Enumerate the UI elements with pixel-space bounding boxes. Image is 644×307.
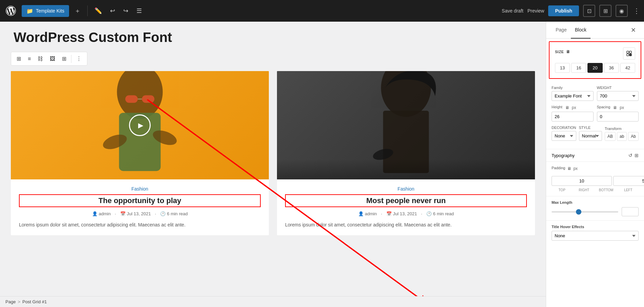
add-block-button[interactable]: ＋ <box>72 5 83 17</box>
monitor-icon: 🖥 <box>566 49 570 54</box>
spacing-column: Spacing 🖥 px <box>597 105 639 122</box>
tab-block[interactable]: Block <box>571 22 591 39</box>
transform-capitalize-btn[interactable]: Ab <box>628 132 639 141</box>
more-options-toolbar-btn[interactable]: ⋮ <box>73 53 84 64</box>
svg-rect-13 <box>627 51 629 53</box>
editor-area: WordPress Custom Font ⊞ ≡ ⛓ 🖼 ⊞ ⋮ <box>0 22 546 307</box>
breadcrumb-current: Post Grid #1 <box>22 299 47 304</box>
spacing-input[interactable] <box>597 112 639 122</box>
breadcrumb-page[interactable]: Page <box>5 299 16 304</box>
sidebar-close-button[interactable]: ✕ <box>628 22 639 38</box>
avatar-button[interactable]: ◉ <box>616 5 628 17</box>
block-editor-button[interactable]: ⊞ <box>599 5 611 17</box>
edit-mode-button[interactable]: ✏️ <box>92 5 105 17</box>
transform-uppercase-btn[interactable]: AB <box>605 132 616 141</box>
family-label: Family <box>552 86 594 90</box>
card-1-author: 👤 admin <box>92 211 111 216</box>
weight-select[interactable]: 700 <box>597 91 639 101</box>
list-view-button[interactable]: ☰ <box>134 5 145 17</box>
size-section: Size 🖥 13 16 20 36 42 <box>549 41 641 79</box>
svg-rect-6 <box>142 95 154 103</box>
table-btn[interactable]: ⊞ <box>59 53 69 64</box>
padding-right-input[interactable] <box>613 176 644 186</box>
padding-header: Padding 🖥 px <box>552 166 639 171</box>
size-btn-20[interactable]: 20 <box>587 63 602 73</box>
height-input[interactable] <box>552 112 594 122</box>
family-select[interactable]: Example Font <box>552 91 594 101</box>
transform-buttons: AB ab Ab <box>605 132 639 141</box>
breadcrumb: Page > Post Grid #1 <box>0 296 546 307</box>
svg-rect-16 <box>629 54 631 56</box>
svg-rect-14 <box>629 51 631 53</box>
size-btn-13[interactable]: 13 <box>555 63 570 73</box>
template-kits-button[interactable]: 📁 Template Kits <box>22 5 69 17</box>
max-length-slider[interactable] <box>552 211 618 213</box>
block-toolbar: ⊞ ≡ ⛓ 🖼 ⊞ ⋮ <box>11 52 87 66</box>
padding-monitor-icon: 🖥 <box>567 166 571 171</box>
sidebar-panel: Page Block ✕ Size 🖥 13 16 20 36 42 <box>546 22 644 307</box>
spacing-monitor-icon: 🖥 <box>613 105 617 110</box>
transform-lowercase-btn[interactable]: ab <box>617 132 627 141</box>
style-label: STYLE <box>579 126 602 130</box>
card-1-title: The opportunity to play <box>19 194 261 207</box>
weight-column: WEIGHT 700 <box>597 86 639 101</box>
page-title: WordPress Custom Font <box>11 30 535 45</box>
custom-size-button[interactable] <box>623 47 635 60</box>
card-2-date: 📅 Jul 13, 2021 <box>386 211 417 216</box>
card-1-read-time: 🕐 6 min read <box>160 211 188 216</box>
style-column: STYLE Normal <box>579 126 602 141</box>
grid-view-btn[interactable]: ⊞ <box>14 53 24 64</box>
card-2-author: 👤 admin <box>358 211 377 216</box>
family-column: Family Example Font <box>552 86 594 101</box>
typography-section: Typography ↺ ⊞ <box>546 149 644 162</box>
redo-button[interactable]: ↪ <box>121 5 131 17</box>
link-btn[interactable]: ⛓ <box>35 54 46 64</box>
transform-label: Transform <box>605 127 639 131</box>
padding-top-label: TOP <box>552 188 572 192</box>
decoration-label: DECORATION <box>552 126 576 130</box>
card-2-read-time: 🕐 6 min read <box>426 211 454 216</box>
list-view-btn[interactable]: ≡ <box>25 54 34 64</box>
size-btn-16[interactable]: 16 <box>571 63 586 73</box>
tab-page[interactable]: Page <box>552 22 571 39</box>
height-spacing-row: Height 🖥 px Spacing 🖥 px <box>552 105 639 122</box>
save-draft-button[interactable]: Save draft <box>502 8 523 14</box>
preview-button[interactable]: Preview <box>528 8 544 14</box>
card-1-body: Fashion The opportunity to play 👤 admin … <box>11 179 269 235</box>
family-weight-row: Family Example Font WEIGHT 700 <box>552 86 639 101</box>
height-label: Height <box>552 105 562 109</box>
decoration-select[interactable]: None <box>552 131 576 141</box>
view-toggle-button[interactable]: ⊡ <box>583 5 595 17</box>
cards-grid: Fashion The opportunity to play 👤 admin … <box>11 71 535 235</box>
size-btn-42[interactable]: 42 <box>620 63 635 73</box>
max-length-row <box>552 207 639 216</box>
more-options-button[interactable]: ⋮ <box>633 7 640 15</box>
card-2: Fashion Most people never run 👤 admin · … <box>277 71 535 235</box>
size-btn-36[interactable]: 36 <box>604 63 619 73</box>
wp-logo[interactable] <box>4 4 18 18</box>
title-hover-label: Title Hover Effects <box>552 225 639 229</box>
typography-label: Typography <box>552 153 575 158</box>
title-hover-select[interactable]: None <box>552 231 639 241</box>
typography-edit-btn[interactable]: ⊞ <box>635 153 639 158</box>
card-1: Fashion The opportunity to play 👤 admin … <box>11 71 269 235</box>
card-2-meta: 👤 admin · 📅 Jul 13, 2021 · 🕐 6 min read <box>285 211 527 216</box>
height-unit: px <box>572 105 576 110</box>
size-label: Size 🖥 <box>555 49 570 54</box>
undo-button[interactable]: ↩ <box>107 5 118 17</box>
svg-rect-5 <box>125 95 138 103</box>
max-length-section: Max Length <box>546 196 644 220</box>
padding-label: Padding <box>552 166 565 170</box>
play-button[interactable] <box>129 114 151 136</box>
padding-top-input[interactable] <box>552 176 612 186</box>
publish-button[interactable]: Publish <box>548 5 579 16</box>
size-buttons-row: 13 16 20 36 42 <box>555 63 635 73</box>
padding-inputs: 🔒 <box>552 175 639 187</box>
max-length-input[interactable] <box>622 207 639 216</box>
image-btn[interactable]: 🖼 <box>47 54 58 64</box>
separator <box>87 5 88 16</box>
decoration-column: DECORATION None <box>552 126 576 141</box>
transform-column: Transform AB ab Ab <box>605 127 639 141</box>
typography-reset-btn[interactable]: ↺ <box>628 153 632 158</box>
style-select[interactable]: Normal <box>579 131 602 141</box>
